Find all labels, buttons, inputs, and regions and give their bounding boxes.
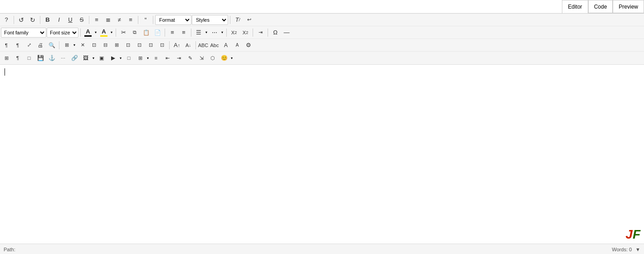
align-center-button[interactable]: ≣	[102, 15, 113, 25]
insert-table-button[interactable]: ⊞	[61, 40, 72, 50]
source-button[interactable]: ↩	[244, 15, 254, 25]
cut-button[interactable]: ✂	[118, 28, 129, 38]
text-style1-button[interactable]: ABC	[198, 40, 209, 50]
links-button[interactable]: ⋯	[58, 53, 68, 63]
paste-format-button[interactable]: ⇲	[196, 53, 207, 63]
table-action1-button[interactable]: ⊡	[122, 40, 133, 50]
template-button[interactable]: □	[24, 53, 34, 63]
align-right-button[interactable]: ≠	[114, 15, 125, 25]
separator-12	[253, 29, 253, 37]
anchor-button[interactable]: ⚓	[46, 53, 57, 63]
column-button[interactable]: ≡	[151, 53, 161, 63]
text-style2-button[interactable]: Abc	[209, 40, 220, 50]
font-family-select[interactable]: Font family Arial Times New Roman Courie…	[1, 28, 46, 38]
table-action2-button[interactable]: ⊡	[134, 40, 145, 50]
table-action3-button[interactable]: ⊡	[145, 40, 156, 50]
image-button[interactable]: 🖼	[80, 53, 91, 63]
font-size-select[interactable]: Font size 8 10 12 14	[47, 28, 78, 38]
split-cells-button[interactable]: ⊞	[111, 40, 122, 50]
emoji-group: 😊 ▾	[219, 53, 234, 63]
new-row-button[interactable]: ⊞	[1, 53, 12, 63]
highlight-button[interactable]: A	[98, 28, 109, 38]
link-button[interactable]: 🔗	[69, 53, 80, 63]
toolbar-row-4: ⊞ ¶ □ 💾 ⚓ ⋯ 🔗 🖼 ▾ ▣ ▶ ▾ □ ⊞ ▾ ≡ ⇤ ⇥ ✎ ⇲ …	[0, 52, 644, 64]
image-group: 🖼 ▾	[80, 53, 96, 63]
form-button[interactable]: □	[123, 53, 134, 63]
align-justify-button[interactable]: ≡	[125, 15, 136, 25]
text-style4-button[interactable]: A	[232, 40, 243, 50]
horizontal-rule-button[interactable]: —	[281, 28, 292, 38]
editor-area[interactable]	[0, 65, 644, 237]
blockquote-button[interactable]: “	[140, 15, 151, 25]
align-right2-button[interactable]: ≡	[178, 28, 189, 38]
bold-button[interactable]: B	[42, 15, 53, 25]
paste-text-button[interactable]: 📄	[152, 28, 163, 38]
styles-select[interactable]: Styles	[192, 15, 228, 25]
show-blocks-button[interactable]: ¶	[1, 40, 12, 50]
merge-cells-button[interactable]: ⊟	[100, 40, 111, 50]
insert-table-dropdown[interactable]: ▾	[72, 40, 77, 50]
underline-button[interactable]: U	[65, 15, 76, 25]
table2-button[interactable]: ⊞	[135, 53, 146, 63]
copy-format-button[interactable]: ✎	[185, 53, 195, 63]
separator-10	[191, 29, 191, 37]
font-bigger-button[interactable]: A↑	[171, 40, 182, 50]
clear-format-button[interactable]: T/	[232, 15, 243, 25]
text-style3-button[interactable]: A	[220, 40, 231, 50]
paste-button[interactable]: 📋	[141, 28, 151, 38]
save-button[interactable]: 💾	[35, 53, 46, 63]
table-props-button[interactable]: ⊡	[88, 40, 99, 50]
indent-button[interactable]: ⇥	[255, 28, 266, 38]
text-color-dropdown[interactable]: ▾	[93, 28, 98, 38]
toolbar-row-3: ¶ ¶ ⤢ 🖨 🔍 ⊞ ▾ ✕ ⊡ ⊟ ⊞ ⊡ ⊡ ⊡ ⊡ A↑ A↓ ABC …	[0, 39, 644, 52]
print-button[interactable]: 🖨	[35, 40, 46, 50]
ordered-list-button[interactable]: ☰	[193, 28, 204, 38]
redo-button[interactable]: ↻	[27, 15, 38, 25]
image-dropdown[interactable]: ▾	[91, 53, 96, 63]
settings-button[interactable]: ⚙	[243, 40, 254, 50]
markup-button[interactable]: ⬡	[207, 53, 218, 63]
scroll-indicator[interactable]: ▼	[635, 247, 640, 252]
italic-button[interactable]: I	[54, 15, 64, 25]
delete-row-button[interactable]: ✕	[77, 40, 88, 50]
paragraph2-button[interactable]: ¶	[12, 53, 23, 63]
font-smaller-button[interactable]: A↓	[183, 40, 194, 50]
table2-dropdown[interactable]: ▾	[146, 53, 150, 63]
emoji-button[interactable]: 😊	[219, 53, 229, 63]
separator-7	[80, 29, 81, 37]
highlight-dropdown[interactable]: ▾	[109, 28, 114, 38]
media2-dropdown[interactable]: ▾	[118, 53, 123, 63]
paragraph-mark-button[interactable]: ¶	[12, 40, 23, 50]
subscript-button[interactable]: X2	[229, 28, 239, 38]
copy-button[interactable]: ⧉	[129, 28, 140, 38]
strikethrough-button[interactable]: S	[76, 15, 87, 25]
align-left-button[interactable]: ≡	[91, 15, 102, 25]
table-action4-button[interactable]: ⊡	[156, 40, 167, 50]
preview-tab-button[interactable]: Preview	[613, 0, 644, 13]
unordered-list-dropdown[interactable]: ▾	[220, 28, 224, 38]
emoji-dropdown[interactable]: ▾	[229, 53, 234, 63]
media2-button[interactable]: ▶	[107, 53, 118, 63]
table-group: ⊞ ▾	[61, 40, 77, 50]
find-button[interactable]: 🔍	[46, 40, 57, 50]
separator-8	[116, 29, 116, 37]
media-button[interactable]: ▣	[96, 53, 107, 63]
resize-button[interactable]: ⤢	[24, 40, 34, 50]
editor-tab-button[interactable]: Editor	[562, 0, 588, 13]
ordered-list-dropdown[interactable]: ▾	[204, 28, 209, 38]
text-color-button[interactable]: A	[83, 28, 93, 38]
help-button[interactable]: ?	[1, 15, 12, 25]
increase-indent-button[interactable]: ⇥	[173, 53, 184, 63]
cursor	[5, 68, 5, 76]
undo-button[interactable]: ↺	[16, 15, 27, 25]
unordered-list-button[interactable]: ⋅⋅⋅	[209, 28, 220, 38]
format-select[interactable]: Format Heading 1 Heading 2 Paragraph	[155, 15, 191, 25]
superscript-button[interactable]: X2	[240, 28, 251, 38]
separator-5	[153, 16, 153, 24]
separator-14	[59, 41, 59, 49]
align-left2-button[interactable]: ≡	[167, 28, 178, 38]
toolbar-row-2: Font family Arial Times New Roman Courie…	[0, 26, 644, 39]
code-tab-button[interactable]: Code	[588, 0, 613, 13]
decrease-indent-button[interactable]: ⇤	[162, 53, 173, 63]
special-char-button[interactable]: Ω	[270, 28, 281, 38]
